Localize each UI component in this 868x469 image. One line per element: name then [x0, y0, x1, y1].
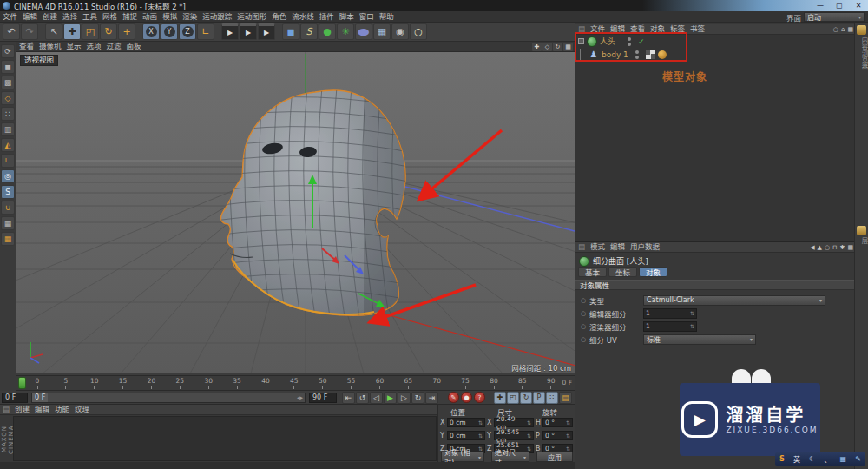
workplane-mode-button[interactable]: ◇ [1, 91, 15, 105]
slider-arrows-icon[interactable]: ◂▸ [297, 394, 305, 401]
range-end-field[interactable]: 90 F [309, 393, 337, 403]
record-objects-button[interactable]: ● [461, 392, 472, 403]
layout-dropdown[interactable]: 启动▾ [804, 12, 865, 22]
key-rotation-toggle[interactable]: ↻ [520, 392, 532, 404]
menubar-item[interactable]: 窗口 [357, 11, 377, 23]
viewport-menu-item[interactable]: 过滤 [104, 41, 124, 52]
play-button[interactable]: ▶ [384, 392, 397, 404]
ime-punct-toggle[interactable]: 、 [824, 454, 831, 464]
key-parameter-toggle[interactable]: P [533, 392, 545, 404]
render-settings-button[interactable]: ▶ [258, 23, 275, 40]
search-icon[interactable]: ○ [833, 26, 838, 33]
ime-moon-icon[interactable]: ☾ [809, 455, 815, 463]
history-up-icon[interactable]: ▲ [818, 244, 822, 251]
live-selection-button[interactable]: ↖ [45, 23, 62, 40]
lock-icon[interactable]: ⊓ [832, 244, 837, 251]
panel-icon[interactable]: ▦ [847, 26, 853, 33]
menubar-item[interactable]: 工具 [80, 11, 100, 23]
om-menu-item[interactable]: 书签 [687, 23, 707, 35]
am-menu-item[interactable]: 模式 [588, 241, 608, 253]
next-key-button[interactable]: ↻ [411, 392, 424, 404]
anim-dot-icon[interactable]: ○ [581, 336, 586, 343]
menubar-item[interactable]: 模拟 [160, 11, 180, 23]
add-environment-button[interactable]: ● [355, 23, 372, 40]
minimize-button[interactable]: — [811, 1, 830, 10]
perspective-viewport[interactable] [16, 52, 575, 373]
lock-x-button[interactable]: X [142, 23, 160, 40]
material-menu-item[interactable]: 编辑 [32, 404, 52, 415]
ime-keyboard-icon[interactable]: ▦ [840, 455, 847, 463]
key-scale-toggle[interactable]: ◰ [507, 392, 519, 404]
zoom-view-icon[interactable]: ◇ [542, 43, 552, 51]
points-mode-button[interactable]: ∷ [1, 107, 15, 121]
menubar-item[interactable]: 动画 [140, 11, 160, 23]
add-cube-button[interactable]: ◼ [282, 23, 299, 40]
panel-menu-icon[interactable]: ▤ [575, 241, 588, 253]
add-deformer-button[interactable]: ✳ [337, 23, 354, 40]
rotation-p-field[interactable]: 0 °⇅ [542, 431, 573, 440]
magnet-button[interactable]: ∪ [1, 201, 15, 215]
settings-icon[interactable]: ✱ [840, 244, 845, 251]
history-back-icon[interactable]: ◀ [810, 244, 814, 251]
menubar-item[interactable]: 编辑 [20, 11, 40, 23]
add-camera-button[interactable]: ◉ [391, 23, 409, 40]
menubar-item[interactable]: 创建 [40, 11, 60, 23]
object-tree[interactable]: 人头 ✓ ♟ body 1 [575, 35, 855, 241]
solo-button[interactable]: ▤ [559, 392, 572, 404]
type-dropdown[interactable]: Catmull-Clark▾ [643, 295, 825, 306]
editor-subdivision-field[interactable]: 1⇅ [643, 308, 697, 319]
am-menu-item[interactable]: 用户数据 [628, 241, 662, 253]
prev-frame-button[interactable]: ◁ [370, 392, 383, 404]
polygons-mode-button[interactable]: ◭ [1, 138, 15, 152]
menubar-item[interactable]: 渲染 [180, 11, 200, 23]
viewport-menu-item[interactable]: 面板 [124, 41, 144, 52]
next-frame-button[interactable]: ▷ [398, 392, 411, 404]
am-menu-item[interactable]: 编辑 [608, 241, 628, 253]
add-spline-button[interactable]: S [300, 23, 318, 40]
snap-button[interactable]: S [1, 185, 15, 199]
prev-key-button[interactable]: ↺ [356, 392, 369, 404]
ime-logo-icon[interactable]: S [779, 455, 785, 463]
content-browser-tab[interactable]: 内容浏览器 [855, 36, 868, 69]
menubar-item[interactable]: 帮助 [377, 11, 397, 23]
enable-axis-button[interactable]: ◎ [1, 169, 15, 183]
move-tool-button[interactable]: ✚ [63, 23, 81, 40]
menubar-item[interactable]: 插件 [317, 11, 337, 23]
menubar-item[interactable]: 运动图形 [234, 11, 269, 23]
add-floor-button[interactable]: ▦ [373, 23, 391, 40]
layer-tab-icon[interactable] [857, 226, 866, 235]
slider-handle[interactable]: 0 F [32, 393, 48, 402]
coord-mode-dropdown[interactable]: 对象 (相对)▾ [441, 452, 484, 462]
apply-button[interactable]: 应用 [536, 452, 573, 462]
layer-tab[interactable]: 层 [855, 237, 868, 244]
texture-mode-button[interactable]: ▩ [1, 76, 15, 89]
close-button[interactable]: ✕ [849, 1, 868, 10]
anim-dot-icon[interactable]: ○ [581, 297, 586, 304]
redo-button[interactable]: ↷ [21, 23, 38, 40]
panel-icon[interactable]: ▦ [847, 244, 853, 251]
ime-tools-icon[interactable]: ✎ [855, 455, 861, 463]
subdivide-uv-dropdown[interactable]: 标准▾ [643, 334, 756, 345]
size-mode-dropdown[interactable]: 绝对尺寸▾ [491, 452, 529, 462]
edges-mode-button[interactable]: ▥ [1, 122, 15, 136]
add-light-button[interactable]: ○ [410, 23, 427, 40]
lock-y-button[interactable]: Y [161, 23, 178, 40]
goto-end-button[interactable]: ⇥ [425, 392, 438, 404]
size-x-field[interactable]: 20.49 cm⇅ [494, 418, 534, 427]
lock-z-button[interactable]: Z [179, 23, 196, 40]
browser-tab-icon[interactable] [857, 25, 866, 35]
menubar-item[interactable]: 捕捉 [120, 11, 140, 23]
render-region-button[interactable]: ▶ [240, 23, 257, 40]
last-tool-button[interactable]: + [118, 23, 135, 40]
key-pla-toggle[interactable]: ∷ [546, 392, 558, 404]
ime-toolbar[interactable]: S 英 ☾ 、 ▦ ✎ [775, 452, 865, 466]
head-model[interactable] [214, 87, 424, 323]
scale-tool-button[interactable]: ◰ [82, 23, 99, 40]
lock-workplane-button[interactable]: ▦ [1, 232, 15, 246]
search-icon[interactable]: ○ [825, 244, 830, 251]
menubar-item[interactable]: 角色 [269, 11, 289, 23]
anim-dot-icon[interactable]: ○ [581, 323, 586, 330]
material-menu-item[interactable]: 纹理 [72, 404, 92, 415]
path-icon[interactable]: ⌂ [841, 26, 845, 33]
material-menu-item[interactable]: 功能 [52, 404, 72, 415]
